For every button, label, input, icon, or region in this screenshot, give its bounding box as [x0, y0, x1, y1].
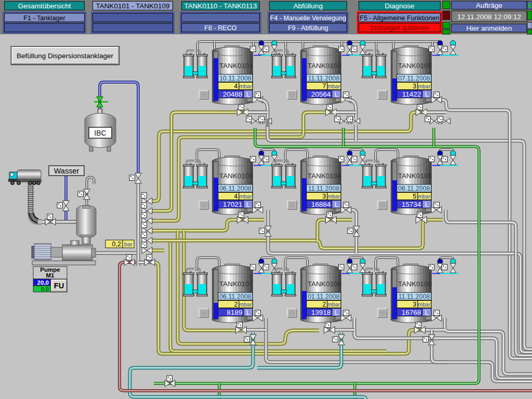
svg-text:20488: 20488	[223, 90, 243, 98]
svg-text:TANK0103: TANK0103	[219, 172, 253, 180]
svg-text:mbar: mbar	[418, 193, 431, 200]
svg-text:20,0: 20,0	[37, 280, 49, 286]
svg-text:L: L	[425, 309, 429, 316]
svg-text:L: L	[246, 91, 250, 98]
svg-text:8189: 8189	[227, 309, 242, 316]
svg-text:mbar: mbar	[240, 301, 252, 308]
svg-text:7: 7	[323, 83, 326, 90]
svg-text:06.11.2008: 06.11.2008	[219, 185, 251, 192]
svg-text:F9 - Abfüllung: F9 - Abfüllung	[288, 24, 328, 32]
svg-text:L: L	[335, 309, 338, 316]
svg-text:11.11.2008: 11.11.2008	[398, 293, 430, 300]
svg-text:mbar: mbar	[240, 193, 252, 200]
svg-text:2: 2	[234, 301, 238, 308]
svg-text:16884: 16884	[311, 201, 331, 208]
svg-text:12.11.2008 12:09:12: 12.11.2008 12:09:12	[457, 13, 521, 21]
svg-text:L: L	[425, 201, 429, 208]
svg-text:Störungen quittieren: Störungen quittieren	[370, 24, 429, 32]
svg-text:mbar: mbar	[328, 83, 340, 89]
svg-text:3: 3	[413, 83, 417, 90]
svg-text:10.11.2008: 10.11.2008	[219, 75, 251, 82]
svg-text:5: 5	[413, 193, 417, 200]
svg-text:Diagnose: Diagnose	[384, 2, 414, 10]
svg-text:L: L	[246, 309, 250, 316]
svg-text:17021: 17021	[223, 201, 243, 208]
svg-text:L: L	[425, 91, 429, 98]
svg-text:F5 - Allgemeine Funktionen: F5 - Allgemeine Funktionen	[360, 15, 439, 22]
svg-text:Aufträge: Aufträge	[476, 2, 502, 9]
svg-text:Befüllung Dispersionstanklager: Befüllung Dispersionstanklager	[17, 52, 114, 60]
svg-text:mbar: mbar	[328, 193, 340, 200]
svg-text:L: L	[335, 201, 338, 208]
svg-text:TANK0104: TANK0104	[308, 172, 342, 180]
svg-text:IBC: IBC	[94, 129, 106, 137]
svg-text:L: L	[246, 201, 250, 208]
svg-text:3: 3	[413, 301, 417, 308]
svg-text:0,0: 0,0	[41, 286, 49, 292]
svg-text:13918: 13918	[311, 309, 331, 316]
svg-text:2: 2	[323, 301, 326, 308]
svg-text:16768: 16768	[402, 309, 421, 316]
svg-text:15734: 15734	[402, 201, 421, 208]
svg-text:11422: 11422	[402, 90, 421, 98]
svg-text:TANK0102: TANK0102	[308, 62, 341, 70]
svg-text:Abfüllung: Abfüllung	[294, 2, 323, 10]
svg-text:4: 4	[234, 83, 238, 90]
svg-text:TANK0106: TANK0106	[398, 172, 432, 180]
svg-text:0,2: 0,2	[112, 241, 121, 248]
svg-text:TANK0109: TANK0109	[398, 280, 432, 288]
svg-text:20564: 20564	[311, 90, 331, 98]
svg-text:06.11.2008: 06.11.2008	[398, 185, 430, 192]
svg-text:TANK0105: TANK0105	[398, 62, 432, 70]
svg-text:4: 4	[234, 193, 238, 200]
svg-text:X: X	[527, 2, 532, 9]
svg-text:F4 - Manuelle Verwiegung: F4 - Manuelle Verwiegung	[270, 15, 346, 22]
svg-text:07.11.2008: 07.11.2008	[398, 75, 430, 82]
svg-text:L: L	[335, 91, 338, 98]
svg-text:TANK0108: TANK0108	[308, 280, 341, 288]
svg-text:TANK0101: TANK0101	[219, 62, 253, 70]
svg-text:FU: FU	[54, 282, 64, 290]
svg-text:bar: bar	[124, 241, 132, 247]
svg-text:mbar: mbar	[328, 301, 340, 308]
svg-text:Wasser: Wasser	[54, 167, 79, 175]
svg-text:Gesamtübersicht: Gesamtübersicht	[18, 2, 71, 10]
svg-text:11.11.2008: 11.11.2008	[308, 185, 340, 192]
svg-text:TANK0107: TANK0107	[219, 280, 253, 288]
svg-text:TANK0110 - TANK0113: TANK0110 - TANK0113	[184, 2, 257, 10]
svg-text:mbar: mbar	[418, 83, 431, 89]
svg-text:Hier anmelden: Hier anmelden	[467, 24, 512, 32]
svg-text:F1 - Tanklager: F1 - Tanklager	[23, 15, 65, 22]
svg-text:mbar: mbar	[240, 83, 252, 89]
svg-text:11.11.2008: 11.11.2008	[308, 75, 340, 82]
svg-text:TANK0101 - TANK0109: TANK0101 - TANK0109	[96, 2, 170, 10]
svg-text:M1: M1	[46, 272, 55, 278]
svg-text:F8 - RECO: F8 - RECO	[204, 24, 236, 32]
svg-text:3: 3	[323, 193, 326, 200]
svg-text:06.11.2008: 06.11.2008	[219, 293, 251, 300]
svg-text:mbar: mbar	[418, 301, 431, 308]
svg-text:01.11.2008: 01.11.2008	[308, 293, 340, 300]
